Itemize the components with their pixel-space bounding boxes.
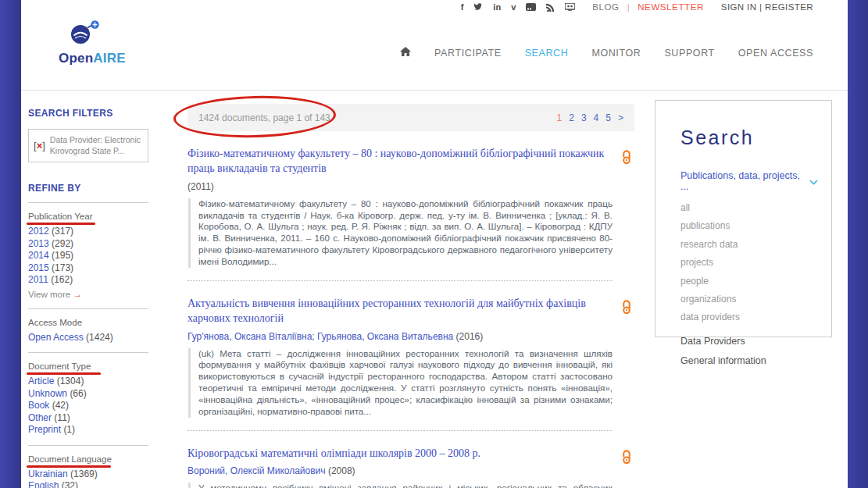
- filter-section-document-language: Document Language Ukrainian (1369) Engli…: [28, 453, 170, 488]
- result-title-link[interactable]: Фізико-математичному факультету – 80 : н…: [188, 147, 613, 176]
- search-filters-heading: SEARCH FILTERS: [28, 108, 170, 119]
- result-divider: [188, 430, 613, 431]
- sidebar-divider: [28, 352, 148, 353]
- nav-support[interactable]: SUPPORT: [664, 48, 714, 59]
- active-filter-chip: [×] Data Provider: Electronic Kirovograd…: [28, 129, 148, 162]
- chevron-down-icon: [809, 174, 818, 188]
- search-scope-options: all publications research data projects …: [680, 199, 817, 327]
- nav-search[interactable]: SEARCH: [525, 48, 569, 59]
- openaire-logo-mark: [59, 20, 107, 47]
- filter-link-article[interactable]: Article: [28, 376, 54, 386]
- access-mode-title: Access Mode: [28, 318, 82, 327]
- filter-count: (66): [70, 388, 86, 399]
- filter-count: (1424): [86, 332, 113, 343]
- publication-year-title: Publication Year: [28, 212, 92, 221]
- result-title-link[interactable]: Актуальність вивчення інноваційних ресто…: [188, 297, 613, 326]
- pagination: 1 2 3 4 5 >: [557, 112, 623, 123]
- view-more-link[interactable]: View more →: [28, 289, 170, 300]
- view-more-arrow-icon: →: [73, 289, 82, 300]
- nav-open-access[interactable]: OPEN ACCESS: [738, 48, 813, 59]
- scope-option-people[interactable]: people: [680, 272, 817, 290]
- rss-icon[interactable]: [546, 3, 555, 12]
- pagination-page-4[interactable]: 4: [594, 112, 599, 123]
- filter-item: Article (1304): [28, 376, 170, 388]
- openaire-logo[interactable]: OpenAIRE: [59, 20, 126, 66]
- sidebar-divider: [28, 202, 148, 203]
- result-abstract: Фізико-математичному факультету – 80 : н…: [188, 198, 613, 268]
- sidebar-divider: [28, 445, 148, 446]
- filter-link-other[interactable]: Other: [28, 412, 52, 423]
- logo-open-text: Open: [59, 51, 93, 66]
- twitter-icon[interactable]: [473, 3, 483, 11]
- result-title-link[interactable]: Кіровоградські математичні олімпіади шко…: [188, 447, 613, 461]
- filter-count: (317): [52, 226, 73, 237]
- filter-count: (162): [51, 274, 73, 285]
- home-icon[interactable]: [400, 47, 411, 59]
- filter-section-publication-year: Publication Year 2012 (317) 2013 (292) 2…: [28, 210, 170, 300]
- logo-aire-text: AIRE: [93, 51, 125, 66]
- scope-option-all[interactable]: all: [680, 199, 817, 217]
- document-language-title-text: Document Language: [28, 454, 112, 464]
- blog-newsletter-links: BLOG | NEWSLETTER: [592, 2, 704, 12]
- result-byline: (2011): [188, 181, 613, 192]
- pagination-page-5[interactable]: 5: [605, 112, 611, 123]
- facebook-icon[interactable]: f: [461, 2, 464, 12]
- result-authors[interactable]: Гур'янова, Оксана Віталіївна; Гурьянова,…: [188, 331, 453, 342]
- filter-count: (1304): [57, 376, 84, 386]
- scope-option-organizations[interactable]: organizations: [680, 290, 817, 308]
- nav-participate[interactable]: PARTICIPATE: [434, 48, 502, 59]
- filter-link-2015[interactable]: 2015: [28, 262, 49, 273]
- filter-count: (1): [63, 424, 75, 435]
- filter-link-book[interactable]: Book: [28, 400, 49, 411]
- scope-option-publications[interactable]: publications: [680, 217, 817, 235]
- vimeo-icon[interactable]: v: [511, 2, 516, 12]
- filter-link-open-access[interactable]: Open Access: [28, 332, 84, 343]
- result-year: (2011): [188, 181, 214, 192]
- filter-item: Other (11): [28, 412, 170, 425]
- access-mode-title-text: Access Mode: [28, 318, 82, 327]
- filter-count: (1369): [70, 468, 98, 479]
- filters-sidebar: SEARCH FILTERS [×] Data Provider: Electr…: [28, 108, 170, 488]
- general-information-link[interactable]: General information: [680, 355, 817, 366]
- scope-option-projects[interactable]: projects: [680, 254, 817, 272]
- result-authors[interactable]: Вороний, Олексій Миколайович: [188, 465, 326, 476]
- refine-by-heading: REFINE BY: [28, 183, 170, 194]
- pagination-next[interactable]: >: [618, 112, 623, 123]
- remove-filter-button[interactable]: [×]: [34, 140, 45, 151]
- scope-option-research-data[interactable]: research data: [680, 236, 817, 254]
- filter-count: (32): [62, 480, 78, 488]
- documents-summary: 1424 documents, page 1 of 143: [198, 112, 330, 123]
- red-underline-annotation: [27, 372, 101, 375]
- filter-link-unknown[interactable]: Unknown: [28, 388, 67, 399]
- signin-register-link[interactable]: SIGN IN | REGISTER: [721, 2, 813, 12]
- blog-link[interactable]: BLOG: [592, 2, 619, 12]
- result-year: (2008): [328, 465, 355, 476]
- filter-link-2014[interactable]: 2014: [28, 250, 49, 261]
- filter-link-2011[interactable]: 2011: [28, 274, 48, 285]
- pagination-page-1[interactable]: 1: [557, 112, 563, 123]
- filter-link-english[interactable]: English: [28, 480, 59, 488]
- search-panel: Search Publications, data, projects, ...…: [655, 100, 832, 337]
- filter-count: (173): [52, 262, 73, 273]
- scope-option-data-providers[interactable]: data providers: [680, 308, 817, 326]
- filter-link-preprint[interactable]: Preprint: [28, 424, 61, 435]
- newsletter-link[interactable]: NEWSLETTER: [638, 2, 704, 12]
- pagination-page-2[interactable]: 2: [569, 112, 574, 123]
- data-providers-link[interactable]: Data Providers: [680, 336, 817, 347]
- filter-item: Book (42): [28, 400, 170, 412]
- result-divider: [188, 280, 613, 281]
- nav-monitor[interactable]: MONITOR: [591, 48, 641, 59]
- filter-link-2013[interactable]: 2013: [28, 238, 49, 249]
- filter-link-2012[interactable]: 2012: [28, 226, 49, 237]
- pagination-page-3[interactable]: 3: [581, 112, 587, 123]
- filter-item: Ukrainian (1369): [28, 468, 170, 481]
- search-scope-dropdown[interactable]: Publications, data, projects, ...: [680, 170, 818, 192]
- filter-item: Unknown (66): [28, 388, 170, 401]
- youtube-icon[interactable]: [526, 3, 536, 11]
- filter-link-ukrainian[interactable]: Ukrainian: [28, 468, 68, 479]
- filter-item: Preprint (1): [28, 424, 170, 436]
- linkedin-icon[interactable]: in: [493, 2, 501, 12]
- filter-count: (195): [52, 250, 73, 261]
- filter-item: English (32): [28, 480, 170, 488]
- slideshare-icon[interactable]: [565, 3, 575, 12]
